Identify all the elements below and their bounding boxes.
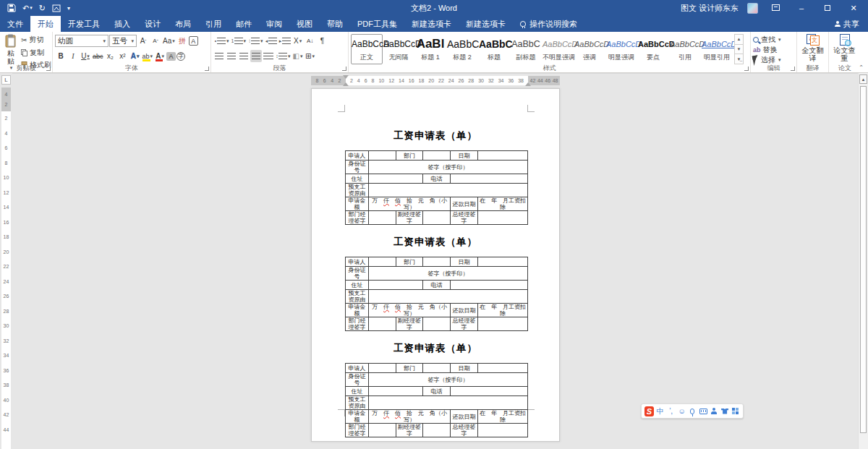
table-cell[interactable]: 住址 bbox=[346, 281, 369, 290]
style-card-副标题[interactable]: AaBbC副标题 bbox=[510, 34, 542, 64]
enclose-characters-button[interactable]: 字 bbox=[176, 52, 185, 61]
ime-microphone-icon[interactable] bbox=[688, 406, 697, 416]
justify-button[interactable] bbox=[250, 50, 262, 62]
restore-button[interactable] bbox=[819, 0, 836, 16]
table-cell[interactable]: 部门 bbox=[396, 257, 423, 267]
table-cell[interactable]: 部门 bbox=[396, 151, 423, 161]
table-cell[interactable] bbox=[369, 290, 528, 304]
salary-form-table[interactable]: 申请人部门日期身份证号签字（按手印）住址电话预支工资原由申请金额万 仟 佰 拾 … bbox=[345, 150, 528, 225]
superscript-button[interactable]: x² bbox=[117, 50, 129, 62]
style-card-正文[interactable]: AaBbCcD正文 bbox=[351, 34, 383, 64]
scroll-up-icon[interactable]: ▲ bbox=[859, 74, 867, 84]
style-card-强调[interactable]: AaBbCcD强调 bbox=[574, 34, 605, 64]
strikethrough-button[interactable]: abc bbox=[92, 50, 104, 62]
undo-icon[interactable]: ↶▾ bbox=[22, 2, 33, 14]
table-cell[interactable] bbox=[369, 151, 396, 161]
touch-mode-icon[interactable] bbox=[52, 2, 61, 14]
underline-button[interactable]: U▾ bbox=[80, 50, 91, 62]
table-cell[interactable]: 在 年 月工资扣除 bbox=[478, 304, 528, 317]
table-cell[interactable] bbox=[369, 424, 396, 437]
tab-帮助[interactable]: 帮助 bbox=[320, 16, 350, 32]
style-card-引用[interactable]: AaBbCcD引用 bbox=[669, 34, 701, 64]
table-cell[interactable]: 电话 bbox=[423, 387, 451, 396]
cut-button[interactable]: ✂剪切 bbox=[21, 35, 51, 45]
style-card-标题 1[interactable]: AaBl标题 1 bbox=[414, 34, 446, 64]
horizontal-ruler[interactable]: 8642 2468101214161820222426283032343638 … bbox=[311, 76, 560, 85]
italic-button[interactable]: I bbox=[67, 50, 79, 62]
table-cell[interactable] bbox=[369, 281, 423, 290]
table-cell[interactable] bbox=[451, 174, 528, 184]
tab-开始[interactable]: 开始 bbox=[30, 16, 61, 32]
tab-开发工具[interactable]: 开发工具 bbox=[61, 16, 107, 32]
font-dialog-launcher[interactable] bbox=[205, 67, 209, 71]
table-cell[interactable]: 身份证号 bbox=[346, 161, 369, 174]
tab-审阅[interactable]: 审阅 bbox=[259, 16, 289, 32]
salary-form-table[interactable]: 申请人部门日期身份证号签字（按手印）住址电话预支工资原由申请金额万 仟 佰 拾 … bbox=[345, 257, 528, 331]
close-button[interactable]: ✕ bbox=[845, 0, 862, 16]
account-avatar[interactable] bbox=[747, 3, 758, 14]
align-left-button[interactable] bbox=[213, 50, 225, 62]
table-cell[interactable] bbox=[423, 317, 451, 331]
style-card-要点[interactable]: AaBbCcD要点 bbox=[637, 34, 669, 64]
table-cell[interactable]: 申请人 bbox=[346, 364, 369, 373]
collapse-ribbon-icon[interactable]: ⌃ bbox=[859, 64, 864, 71]
table-cell[interactable] bbox=[478, 364, 528, 373]
save-icon[interactable] bbox=[7, 2, 16, 14]
style-card-标题 2[interactable]: AaBbC标题 2 bbox=[446, 34, 478, 64]
increase-indent-button[interactable]: ▸ bbox=[278, 35, 292, 47]
table-cell[interactable]: 在 年 月工资扣除 bbox=[478, 410, 528, 424]
styles-scroll-up-icon[interactable]: ▲ bbox=[735, 35, 743, 45]
ribbon-display-options-icon[interactable] bbox=[767, 0, 784, 16]
style-card-明显强调[interactable]: AaBbCcD明显强调 bbox=[605, 34, 637, 64]
styles-dialog-launcher[interactable] bbox=[744, 67, 749, 71]
subscript-button[interactable]: x₂ bbox=[105, 50, 116, 62]
table-cell[interactable]: 电话 bbox=[423, 174, 451, 184]
redo-icon[interactable]: ↻ bbox=[39, 2, 46, 14]
vertical-scrollbar[interactable]: ▲ bbox=[858, 73, 868, 449]
clipboard-dialog-launcher[interactable] bbox=[46, 67, 51, 71]
multilevel-list-button[interactable]: ⁝▾ bbox=[247, 35, 264, 47]
document-page[interactable]: 工资申请表（单） 申请人部门日期身份证号签字（按手印）住址电话预支工资原由申请金… bbox=[311, 88, 560, 442]
customize-qat-icon[interactable]: ▾ bbox=[67, 2, 70, 14]
change-case-button[interactable]: Aa▾ bbox=[162, 35, 176, 47]
table-cell[interactable] bbox=[423, 151, 451, 161]
table-cell[interactable]: 身份证号 bbox=[346, 373, 369, 387]
table-cell[interactable]: 日期 bbox=[451, 151, 478, 161]
tab-视图[interactable]: 视图 bbox=[289, 16, 320, 32]
font-name-combobox[interactable]: 幼圆▾ bbox=[55, 35, 109, 47]
table-cell[interactable]: 申请人 bbox=[346, 151, 369, 161]
tab-selector[interactable]: L bbox=[1, 75, 11, 85]
tab-引用[interactable]: 引用 bbox=[198, 16, 229, 32]
borders-button[interactable]: ⊞▾ bbox=[305, 50, 316, 62]
table-cell[interactable]: 身份证号 bbox=[346, 267, 369, 281]
table-cell[interactable] bbox=[369, 396, 528, 410]
bullets-button[interactable]: •▾ bbox=[213, 35, 230, 47]
table-cell[interactable] bbox=[478, 257, 528, 267]
share-button[interactable]: 共享 bbox=[826, 16, 868, 32]
shading-button[interactable]: ◧▾ bbox=[292, 50, 304, 62]
vertical-ruler[interactable]: L 42 24681012141618202224262830323436384… bbox=[0, 73, 12, 449]
tab-PDF工具集[interactable]: PDF工具集 bbox=[350, 16, 404, 32]
table-cell[interactable] bbox=[423, 257, 451, 267]
table-cell[interactable]: 预支工资原由 bbox=[346, 184, 369, 197]
table-cell[interactable] bbox=[369, 184, 528, 197]
table-cell[interactable]: 签字（按手印） bbox=[369, 267, 528, 281]
numbering-button[interactable]: 1▾ bbox=[231, 35, 247, 47]
account-name[interactable]: 图文 设计师东东 bbox=[681, 3, 739, 14]
tab-新建选项卡[interactable]: 新建选项卡 bbox=[459, 16, 513, 32]
styles-scroll-down-icon[interactable]: ▼ bbox=[735, 45, 743, 55]
grow-font-button[interactable]: Aˆ bbox=[137, 35, 149, 47]
table-cell[interactable]: 申请人 bbox=[346, 257, 369, 267]
replace-button[interactable]: ab替换 bbox=[753, 45, 794, 55]
ime-language-icon[interactable]: 中 bbox=[656, 406, 665, 416]
style-card-无间隔[interactable]: AaBbCcD无间隔 bbox=[383, 34, 414, 64]
character-border-button[interactable]: A bbox=[189, 36, 198, 46]
table-cell[interactable]: 万 仟 佰 拾 元 角（小写） bbox=[369, 410, 451, 424]
sogou-logo-icon[interactable]: S bbox=[644, 406, 654, 416]
phonetic-guide-button[interactable]: 拼 bbox=[176, 35, 188, 47]
paper-check-button[interactable]: 论文查重 bbox=[831, 33, 858, 63]
table-cell[interactable]: 在 年 月工资扣除 bbox=[478, 197, 528, 211]
table-cell[interactable]: 签字（按手印） bbox=[369, 161, 528, 174]
table-cell[interactable]: 申请金额 bbox=[346, 197, 369, 211]
table-cell[interactable] bbox=[451, 387, 528, 396]
